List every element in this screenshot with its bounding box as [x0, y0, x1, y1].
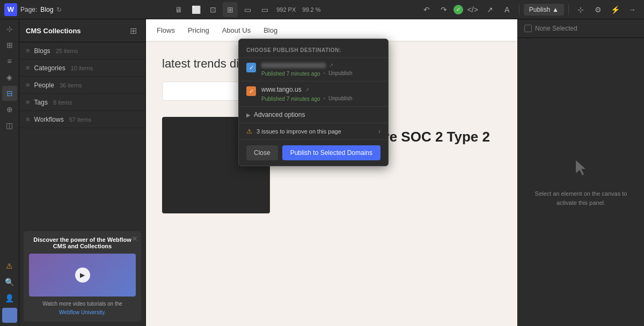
page-settings-icon[interactable]: ↻ — [56, 6, 62, 13]
domain2-dot: • — [324, 95, 326, 101]
domain1-unpublish-btn[interactable]: Unpublish — [328, 70, 352, 76]
cursor-icon[interactable]: ⊹ — [573, 2, 588, 17]
webflow-logo[interactable]: W — [4, 3, 17, 16]
toolbar-left: W Page: Blog ↻ — [0, 3, 75, 16]
workflows-count: 57 items — [69, 116, 92, 123]
rail-components-icon[interactable]: ◫ — [2, 118, 17, 133]
sidebar-item-people[interactable]: ≡ People 36 items — [19, 77, 145, 94]
share-btn[interactable]: ↗ — [482, 2, 497, 17]
sidebar-item-blogs[interactable]: ≡ Blogs 25 items — [19, 42, 145, 60]
breakpoint-btn[interactable]: ⊞ — [223, 2, 238, 17]
people-count: 36 items — [60, 82, 82, 88]
advanced-options-label: Advanced options — [254, 111, 305, 118]
issues-warning-icon: ⚠ — [246, 128, 252, 135]
advanced-options-row[interactable]: ▶ Advanced options — [239, 107, 388, 123]
none-selected-label: None Selected — [535, 25, 577, 32]
categories-count: 10 items — [71, 65, 93, 71]
people-name: People — [34, 82, 54, 89]
publish-destination-title: CHOOSE PUBLISH DESTINATION: — [246, 47, 341, 53]
domain1-name-row: ↗ — [261, 62, 380, 68]
domain1-checkbox[interactable]: ✓ — [246, 63, 256, 72]
redo-btn[interactable]: ↷ — [436, 2, 451, 17]
right-panel: None Selected Select an element on the c… — [517, 19, 644, 326]
domain2-unpublish-btn[interactable]: Unpublish — [328, 95, 352, 101]
domain1-external-icon[interactable]: ↗ — [329, 62, 333, 68]
domain-row-2[interactable]: ✓ www.tango.us ↗ Published 7 minutes ago… — [239, 82, 388, 107]
canvas-nav: Flows Pricing About Us Blog — [146, 19, 517, 41]
sidebar-header: CMS Collections ⊞ — [19, 19, 145, 42]
sidebar-item-categories[interactable]: ≡ Categories 10 items — [19, 60, 145, 77]
arrow-icon[interactable]: → — [625, 2, 640, 17]
right-panel-body: Select an element on the canvas to activ… — [518, 38, 644, 326]
right-panel-header: None Selected — [518, 19, 644, 38]
blogs-count: 25 items — [56, 48, 78, 54]
search-input[interactable] — [162, 82, 248, 101]
desktop-view-btn[interactable]: 🖥 — [171, 2, 186, 17]
domain-row-1[interactable]: ✓ ↗ Published 7 minutes ago • Unpublish — [239, 58, 388, 82]
rail-cms-icon[interactable]: ⊟ — [2, 86, 17, 101]
blogs-name: Blogs — [34, 47, 50, 55]
settings-icon[interactable]: ⚙ — [590, 2, 605, 17]
rail-ecommerce-icon[interactable]: ⊕ — [2, 102, 17, 117]
rail-pages-icon[interactable]: ⊞ — [2, 38, 17, 53]
rail-layers-icon[interactable]: ≡ — [2, 54, 17, 69]
add-collection-button[interactable]: ⊞ — [127, 25, 139, 36]
promo-card: ✕ Discover the power of the Webflow CMS … — [24, 231, 141, 322]
promo-cta-text: Watch more video tutorials on the — [29, 301, 136, 307]
nav-flows: Flows — [157, 26, 175, 34]
rail-warning-icon[interactable]: ⚠ — [2, 258, 17, 273]
mobile-sm-btn[interactable]: ▭ — [257, 2, 272, 17]
people-icon: ≡ — [26, 81, 30, 89]
domain1-status: Published 7 minutes ago — [261, 71, 320, 77]
toolbar-divider — [519, 4, 519, 15]
sidebar-items: ≡ Blogs 25 items ≡ Categories 10 items ≡… — [19, 42, 145, 227]
toolbar-right: ↶ ↷ ✓ </> ↗ A Publish ▲ ⊹ ⚙ ⚡ → — [419, 2, 644, 17]
advanced-arrow-icon: ▶ — [246, 112, 251, 118]
page-name[interactable]: Blog — [40, 6, 53, 13]
px-display: 992 PX — [276, 6, 296, 13]
lightning-icon[interactable]: ⚡ — [608, 2, 623, 17]
tablet-sm-btn[interactable]: ⊡ — [206, 2, 221, 17]
save-status-icon: ✓ — [453, 5, 463, 14]
publish-to-domains-button[interactable]: Publish to Selected Domains — [282, 145, 380, 160]
mobile-lg-btn[interactable]: ▭ — [240, 2, 255, 17]
publish-overlay: CHOOSE PUBLISH DESTINATION: ✓ ↗ Publishe… — [238, 39, 389, 166]
canvas: Flows Pricing About Us Blog latest trend… — [146, 19, 517, 326]
publish-label: Publish — [529, 6, 550, 13]
undo-btn[interactable]: ↶ — [419, 2, 434, 17]
categories-icon: ≡ — [26, 64, 30, 72]
issues-row[interactable]: ⚠ 3 issues to improve on this page › — [239, 123, 388, 140]
domain2-status: Published 7 minutes ago — [261, 96, 320, 102]
user-avatar[interactable] — [2, 308, 17, 323]
domain1-name-blurred — [261, 63, 326, 68]
tags-name: Tags — [34, 99, 48, 106]
publish-button[interactable]: Publish ▲ — [524, 4, 564, 16]
sidebar-item-workflows[interactable]: ≡ Workflows 57 items — [19, 111, 145, 128]
domain2-external-icon[interactable]: ↗ — [305, 87, 309, 93]
issues-label-text: issues to improve on this page — [261, 128, 341, 135]
promo-close-button[interactable]: ✕ — [131, 234, 138, 243]
promo-title: Discover the power of the Webflow CMS an… — [29, 236, 136, 249]
promo-play-button[interactable]: ▶ — [75, 268, 90, 283]
promo-link[interactable]: Webflow University. — [59, 309, 106, 315]
code-editor-btn[interactable]: </> — [465, 2, 480, 17]
promo-video-thumbnail[interactable]: ▶ — [29, 254, 136, 297]
publish-chevron-icon: ▲ — [552, 6, 559, 13]
seo-btn[interactable]: A — [500, 2, 515, 17]
close-publish-button[interactable]: Close — [246, 145, 278, 160]
sidebar-item-tags[interactable]: ≡ Tags 8 items — [19, 94, 145, 111]
page-label: Page: — [20, 6, 37, 13]
issues-chevron-icon: › — [378, 128, 380, 135]
domain2-checkbox[interactable]: ✓ — [246, 86, 256, 96]
select-element-message: Select an element on the canvas to activ… — [529, 189, 633, 207]
rail-search-icon[interactable]: 🔍 — [2, 275, 17, 290]
issues-count: 3 — [257, 128, 260, 135]
domain1-status-row: Published 7 minutes ago • Unpublish — [261, 70, 380, 77]
toolbar-center: 🖥 ⬜ ⊡ ⊞ ▭ ▭ 992 PX 99.2 % — [75, 2, 419, 17]
rail-account-icon[interactable]: 👤 — [2, 291, 17, 306]
tablet-lg-btn[interactable]: ⬜ — [188, 2, 203, 17]
rail-assets-icon[interactable]: ◈ — [2, 70, 17, 85]
toolbar: W Page: Blog ↻ 🖥 ⬜ ⊡ ⊞ ▭ ▭ 992 PX 99.2 %… — [0, 0, 644, 19]
publish-overlay-header: CHOOSE PUBLISH DESTINATION: — [239, 39, 388, 58]
rail-cursor-icon[interactable]: ⊹ — [2, 21, 17, 36]
